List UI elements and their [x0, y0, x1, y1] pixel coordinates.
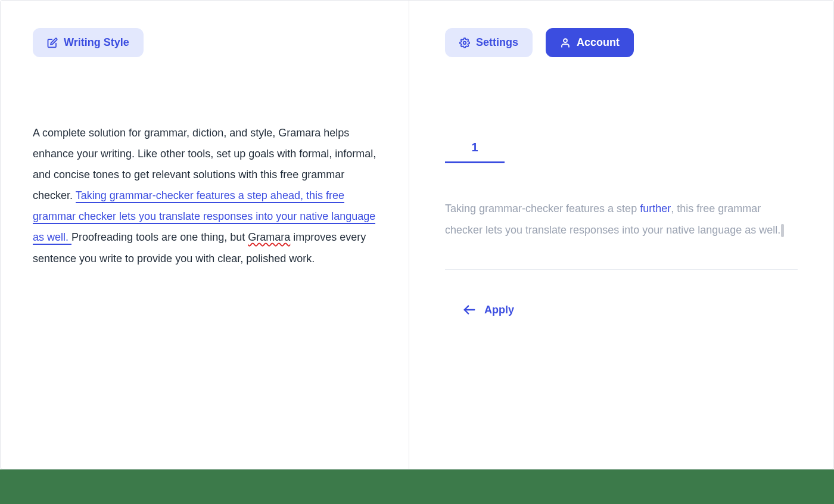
writing-style-label: Writing Style: [64, 36, 129, 49]
editor-spellcheck-word[interactable]: Gramara: [248, 231, 290, 243]
app-container: Writing Style A complete solution for gr…: [0, 0, 834, 469]
svg-point-0: [463, 41, 466, 44]
svg-point-1: [564, 39, 567, 42]
editor-paragraph-post-1: Proofreading tools are one thing, but: [71, 231, 248, 243]
writing-style-button[interactable]: Writing Style: [33, 28, 144, 57]
settings-button[interactable]: Settings: [445, 28, 533, 57]
editor-text[interactable]: A complete solution for grammar, diction…: [33, 123, 376, 269]
top-actions: Settings Account: [445, 28, 798, 57]
gear-icon: [459, 38, 470, 48]
account-label: Account: [577, 36, 620, 49]
account-button[interactable]: Account: [546, 28, 634, 57]
suggestion-pre: Taking grammar-checker features a step: [445, 203, 640, 214]
text-cursor: [781, 224, 784, 237]
suggestions-panel: Settings Account 1 Taking grammar-checke…: [409, 1, 833, 469]
suggestion-changed-word: further: [640, 203, 671, 214]
apply-label: Apply: [484, 304, 514, 316]
settings-label: Settings: [476, 36, 518, 49]
tab-1[interactable]: 1: [445, 141, 505, 163]
editor-panel: Writing Style A complete solution for gr…: [1, 1, 409, 469]
suggestion-text: Taking grammar-checker features a step f…: [445, 198, 798, 241]
suggestion-divider: [445, 269, 798, 270]
footer-band: [0, 469, 834, 504]
apply-button[interactable]: Apply: [445, 303, 798, 316]
suggestion-tabs: 1: [445, 141, 798, 163]
arrow-left-icon: [462, 303, 477, 316]
user-icon: [560, 38, 571, 48]
edit-icon: [47, 38, 58, 48]
